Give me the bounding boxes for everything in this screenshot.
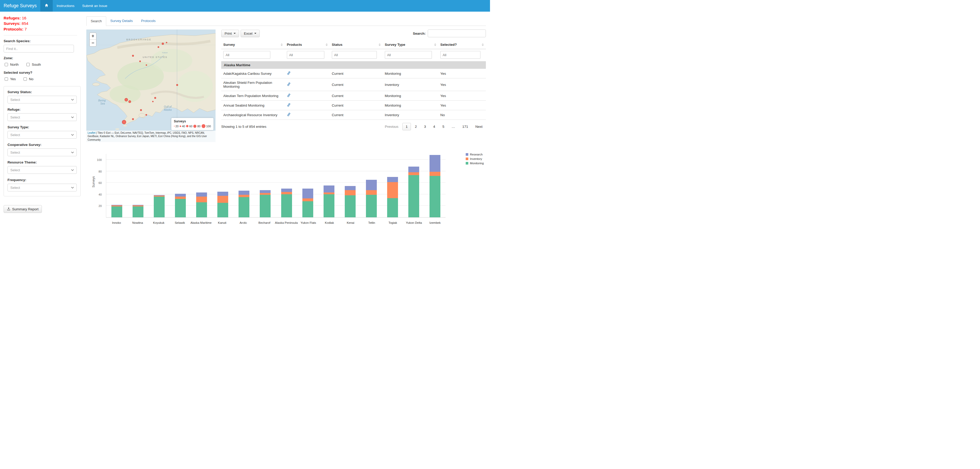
bar-segment-inventory[interactable] bbox=[366, 190, 377, 195]
summary-report-button[interactable]: Summary Report bbox=[4, 205, 42, 213]
stacked-bar-alaska-maritime[interactable] bbox=[196, 193, 207, 217]
products-link-icon[interactable] bbox=[287, 104, 291, 108]
filter-input-selected[interactable] bbox=[441, 51, 480, 59]
survey-location-marker[interactable] bbox=[154, 97, 156, 99]
pagination-previous[interactable]: Previous bbox=[382, 123, 402, 130]
bar-segment-inventory[interactable] bbox=[217, 196, 228, 203]
products-link-icon[interactable] bbox=[287, 94, 291, 98]
bar-segment-inventory[interactable] bbox=[260, 193, 270, 195]
selected-yes-checkbox[interactable] bbox=[5, 77, 8, 81]
survey-status-select[interactable]: Select bbox=[8, 96, 77, 104]
products-link-icon[interactable] bbox=[287, 72, 291, 76]
bar-segment-monitoring[interactable] bbox=[281, 194, 292, 217]
stacked-bar-kanuti[interactable] bbox=[217, 192, 228, 217]
table-search-input[interactable] bbox=[428, 29, 486, 37]
column-header-status[interactable]: Status bbox=[330, 40, 383, 49]
bar-segment-research[interactable] bbox=[281, 188, 292, 192]
bar-segment-monitoring[interactable] bbox=[217, 203, 228, 217]
bar-segment-inventory[interactable] bbox=[345, 190, 356, 195]
bar-segment-monitoring[interactable] bbox=[260, 195, 270, 217]
print-button[interactable]: Print bbox=[221, 30, 239, 37]
bar-segment-monitoring[interactable] bbox=[408, 175, 419, 217]
bar-segment-research[interactable] bbox=[196, 193, 207, 196]
survey-location-marker[interactable] bbox=[152, 101, 154, 102]
bar-segment-inventory[interactable] bbox=[196, 196, 207, 202]
survey-location-marker[interactable] bbox=[140, 109, 142, 111]
zone-south-option[interactable]: South bbox=[25, 62, 41, 67]
bar-segment-monitoring[interactable] bbox=[345, 195, 356, 217]
bar-segment-monitoring[interactable] bbox=[302, 201, 313, 217]
tab-survey-details[interactable]: Survey Details bbox=[106, 16, 137, 26]
pagination-page-171[interactable]: 171 bbox=[459, 123, 472, 130]
bar-segment-research[interactable] bbox=[302, 188, 313, 198]
stacked-bar-yukon-delta[interactable] bbox=[408, 167, 419, 217]
bar-segment-research[interactable] bbox=[430, 155, 441, 172]
survey-location-marker[interactable] bbox=[139, 61, 141, 62]
bar-segment-research[interactable] bbox=[408, 167, 419, 172]
leaflet-link[interactable]: Leaflet bbox=[88, 131, 95, 134]
survey-location-marker[interactable] bbox=[122, 120, 126, 124]
bar-segment-monitoring[interactable] bbox=[154, 196, 165, 217]
bar-segment-research[interactable] bbox=[175, 194, 186, 196]
survey-location-marker[interactable] bbox=[129, 100, 131, 103]
filter-input-status[interactable] bbox=[332, 51, 377, 59]
survey-location-marker[interactable] bbox=[124, 98, 128, 101]
search-species-input[interactable] bbox=[4, 45, 74, 53]
pagination-page-4[interactable]: 4 bbox=[430, 123, 439, 130]
column-header-selected[interactable]: Selected? bbox=[438, 40, 486, 49]
pagination-next[interactable]: Next bbox=[472, 123, 486, 130]
frequency-select[interactable]: Select bbox=[8, 183, 77, 191]
bar-segment-monitoring[interactable] bbox=[430, 176, 441, 217]
zone-north-option[interactable]: North bbox=[4, 62, 19, 67]
bar-segment-inventory[interactable] bbox=[430, 172, 441, 176]
bar-segment-research[interactable] bbox=[260, 190, 270, 193]
filter-input-products[interactable] bbox=[287, 51, 325, 59]
nav-link-submit-issue[interactable]: Submit an Issue bbox=[78, 0, 111, 12]
zone-north-checkbox[interactable] bbox=[5, 63, 8, 66]
resource-theme-select[interactable]: Select bbox=[8, 166, 77, 174]
stacked-bar-togiak[interactable] bbox=[387, 177, 398, 217]
pagination-page-5[interactable]: 5 bbox=[439, 123, 448, 130]
bar-segment-monitoring[interactable] bbox=[111, 206, 122, 217]
tab-search[interactable]: Search bbox=[86, 16, 106, 26]
bar-segment-monitoring[interactable] bbox=[132, 206, 143, 217]
legend-item-research[interactable]: Research bbox=[466, 153, 484, 156]
zoom-in-button[interactable]: + bbox=[90, 33, 96, 40]
bar-segment-monitoring[interactable] bbox=[387, 198, 398, 217]
bar-segment-research[interactable] bbox=[324, 185, 334, 193]
bar-segment-inventory[interactable] bbox=[281, 192, 292, 194]
stacked-bar-yukon-flats[interactable] bbox=[302, 188, 313, 217]
stacked-bar-nowitna[interactable] bbox=[132, 205, 143, 217]
excel-button[interactable]: Excel bbox=[240, 30, 260, 37]
survey-location-marker[interactable] bbox=[158, 46, 159, 48]
refuge-select[interactable]: Select bbox=[8, 113, 77, 121]
nav-link-instructions[interactable]: Instructions bbox=[53, 0, 78, 12]
legend-item-monitoring[interactable]: Monitoring bbox=[466, 162, 484, 165]
stacked-bar-izembek[interactable] bbox=[430, 155, 441, 217]
bar-segment-inventory[interactable] bbox=[302, 198, 313, 201]
survey-location-marker[interactable] bbox=[145, 114, 147, 116]
bar-segment-inventory[interactable] bbox=[175, 196, 186, 199]
column-header-survey-type[interactable]: Survey Type bbox=[383, 40, 438, 49]
survey-location-marker[interactable] bbox=[132, 55, 134, 57]
legend-item-inventory[interactable]: Inventory bbox=[466, 157, 484, 160]
surveys-map[interactable]: B R O O K S R A N G E UNITED STATES Beri… bbox=[86, 29, 216, 142]
survey-location-marker[interactable] bbox=[146, 64, 147, 66]
stacked-bar-kenai[interactable] bbox=[345, 186, 356, 217]
app-brand[interactable]: Refuge Surveys bbox=[0, 3, 40, 8]
stacked-bar-koyukuk[interactable] bbox=[154, 195, 165, 217]
products-link-icon[interactable] bbox=[287, 113, 291, 117]
stacked-bar-arctic[interactable] bbox=[239, 191, 250, 217]
survey-location-marker[interactable] bbox=[162, 43, 164, 45]
column-header-products[interactable]: Products bbox=[285, 40, 330, 49]
bar-segment-research[interactable] bbox=[387, 177, 398, 182]
selected-no-checkbox[interactable] bbox=[24, 77, 27, 81]
bar-segment-research[interactable] bbox=[345, 186, 356, 190]
stacked-bar-kodiak[interactable] bbox=[324, 185, 334, 217]
products-link-icon[interactable] bbox=[287, 83, 291, 87]
survey-location-marker[interactable] bbox=[132, 118, 134, 120]
bar-segment-inventory[interactable] bbox=[387, 182, 398, 198]
bar-segment-research[interactable] bbox=[217, 192, 228, 196]
survey-location-marker[interactable] bbox=[176, 84, 178, 86]
bar-segment-research[interactable] bbox=[366, 180, 377, 190]
